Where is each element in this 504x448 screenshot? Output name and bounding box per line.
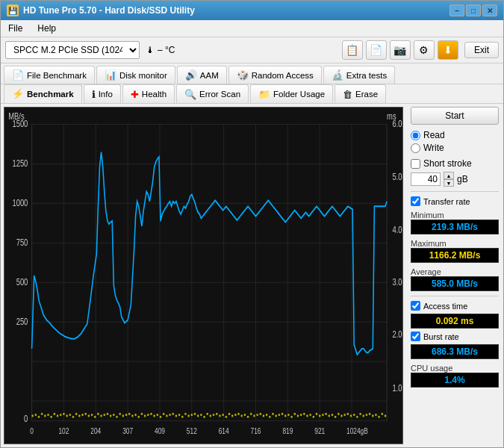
tab-health[interactable]: ✚ Health (122, 84, 175, 103)
aam-icon: 🔊 (185, 69, 197, 81)
minimum-value: 219.3 MB/s (411, 220, 499, 234)
benchmark-icon-btn[interactable]: 📋 (342, 40, 363, 60)
svg-point-126 (275, 414, 277, 417)
svg-point-105 (210, 414, 212, 417)
svg-text:0: 0 (24, 414, 28, 423)
svg-point-116 (244, 414, 246, 416)
short-stroke-spinners: ▲ ▼ (444, 172, 454, 187)
folder-usage-icon: 📁 (258, 89, 270, 100)
short-stroke-checkbox-row[interactable]: Short stroke (411, 158, 499, 169)
svg-point-49 (35, 414, 37, 416)
svg-text:1024gB: 1024gB (346, 426, 368, 435)
svg-point-139 (316, 413, 318, 415)
tab-erase[interactable]: 🗑 Erase (335, 84, 386, 103)
copy-icon-btn[interactable]: 📄 (366, 40, 387, 60)
erase-icon: 🗑 (343, 89, 352, 100)
svg-text:102: 102 (58, 426, 69, 435)
download-icon-btn[interactable]: ⬇ (438, 40, 458, 60)
settings-icon-btn[interactable]: ⚙ (414, 40, 435, 60)
tab-file-benchmark[interactable]: 📄 File Benchmark (4, 66, 95, 84)
svg-point-61 (72, 416, 75, 418)
svg-text:1000: 1000 (12, 198, 28, 208)
tab-disk-monitor[interactable]: 📊 Disk monitor (96, 66, 175, 84)
transfer-rate-checkbox-row[interactable]: Transfer rate (411, 196, 499, 206)
tab-folder-usage[interactable]: 📁 Folder Usage (250, 84, 333, 103)
svg-point-103 (203, 416, 205, 418)
short-stroke-input[interactable] (411, 172, 441, 186)
error-scan-icon: 🔍 (184, 89, 196, 100)
read-radio-label: Read (423, 130, 445, 140)
svg-point-147 (340, 414, 343, 417)
tab-info[interactable]: ℹ Info (84, 84, 121, 103)
svg-point-86 (150, 413, 152, 415)
svg-point-134 (300, 414, 302, 416)
burst-rate-value: 686.3 MB/s (411, 344, 499, 359)
exit-button[interactable]: Exit (464, 42, 499, 58)
tab-aam[interactable]: 🔊 AAM (177, 66, 227, 84)
svg-point-145 (335, 416, 337, 418)
access-time-checkbox[interactable] (411, 301, 420, 311)
maximize-button[interactable]: □ (466, 4, 481, 16)
svg-point-57 (60, 414, 62, 416)
svg-point-75 (116, 416, 118, 418)
app-icon: 💾 (7, 4, 19, 16)
svg-point-138 (313, 416, 315, 418)
svg-text:614: 614 (219, 426, 230, 435)
write-radio[interactable]: Write (411, 143, 499, 153)
drive-selector[interactable]: SPCC M.2 PCIe SSD (1024 gB) (5, 41, 140, 59)
tab-error-scan[interactable]: 🔍 Error Scan (176, 84, 249, 103)
svg-point-55 (54, 413, 56, 415)
tab-extra-tests[interactable]: 🔬 Extra tests (323, 66, 395, 84)
transfer-rate-checkbox[interactable] (411, 196, 420, 206)
svg-point-112 (231, 414, 234, 417)
write-radio-input[interactable] (411, 143, 420, 153)
cpu-usage-label: CPU usage (411, 364, 499, 373)
svg-point-82 (138, 416, 140, 418)
divider-1 (411, 191, 499, 192)
svg-point-85 (147, 414, 149, 416)
divider-2 (411, 296, 499, 296)
tab-disk-monitor-label: Disk monitor (119, 71, 167, 80)
content-area: 1500 1250 1000 750 500 250 0 6.00 5.00 4… (1, 104, 503, 447)
minimize-button[interactable]: – (449, 4, 464, 16)
svg-point-62 (75, 413, 78, 415)
svg-point-140 (319, 414, 321, 417)
camera-icon-btn[interactable]: 📷 (390, 40, 411, 60)
cpu-usage-value: 1.4% (411, 373, 499, 388)
cpu-usage-section: CPU usage 1.4% (411, 362, 499, 388)
read-radio[interactable]: Read (411, 130, 499, 140)
svg-point-115 (240, 414, 243, 417)
svg-text:307: 307 (122, 426, 133, 435)
short-stroke-checkbox[interactable] (411, 159, 420, 169)
short-stroke-label: Short stroke (423, 158, 472, 169)
svg-text:MB/s: MB/s (8, 111, 24, 121)
burst-rate-checkbox-row[interactable]: Burst rate (411, 332, 499, 341)
main-window: 💾 HD Tune Pro 5.70 - Hard Disk/SSD Utili… (0, 0, 504, 448)
close-button[interactable]: ✕ (482, 4, 497, 16)
tab-random-access[interactable]: 🎲 Random Access (228, 66, 322, 84)
burst-rate-checkbox[interactable] (411, 332, 420, 341)
disk-monitor-icon: 📊 (105, 69, 116, 81)
tab-extra-tests-label: Extra tests (346, 71, 387, 80)
write-radio-label: Write (423, 143, 444, 153)
svg-point-142 (325, 413, 327, 415)
svg-point-92 (169, 414, 171, 416)
svg-point-48 (31, 414, 34, 417)
start-button[interactable]: Start (411, 107, 499, 125)
access-time-checkbox-row[interactable]: Access time (411, 301, 499, 311)
svg-point-119 (253, 414, 255, 417)
svg-text:1.00: 1.00 (392, 383, 402, 393)
read-radio-input[interactable] (411, 131, 420, 140)
svg-point-81 (134, 414, 137, 416)
svg-text:0: 0 (30, 426, 34, 435)
menu-file[interactable]: File (4, 22, 27, 35)
toolbar-icon-group: 📋 📄 📷 ⚙ ⬇ (342, 40, 458, 60)
menu-help[interactable]: Help (33, 22, 60, 35)
tab-benchmark[interactable]: ⚡ Benchmark (4, 84, 82, 103)
svg-text:716: 716 (251, 426, 261, 435)
short-stroke-up[interactable]: ▲ (444, 172, 454, 179)
short-stroke-down[interactable]: ▼ (444, 179, 454, 187)
info-icon: ℹ (92, 89, 96, 100)
svg-point-84 (144, 414, 146, 417)
access-time-label: Access time (423, 302, 467, 311)
